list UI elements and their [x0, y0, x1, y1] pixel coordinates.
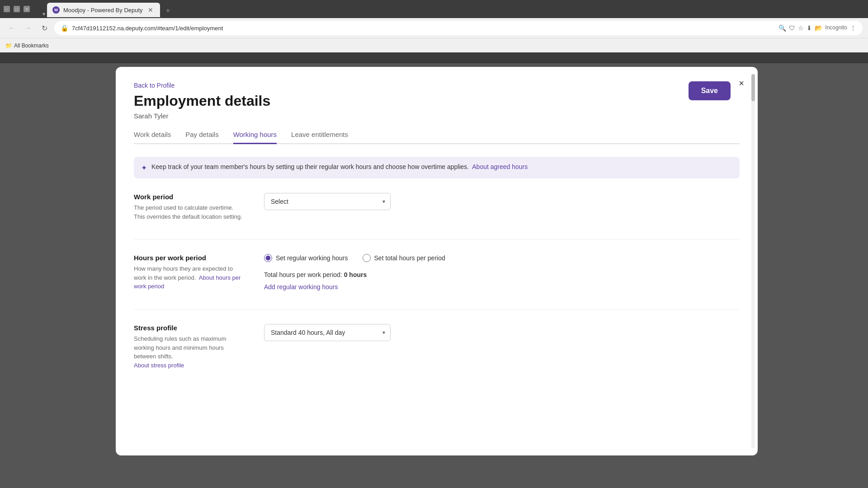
- hours-per-period-label-col: Hours per work period How many hours the…: [134, 254, 242, 291]
- work-period-control-col: Select Weekly Fortnightly Monthly ▾: [264, 193, 740, 221]
- radio-group: Set regular working hours Set total hour…: [264, 254, 740, 262]
- window-controls: − □ ✕: [4, 6, 30, 12]
- forward-button[interactable]: →: [22, 22, 34, 34]
- tab-title: Moodjoy - Powered By Deputy: [63, 7, 143, 14]
- stress-profile-select-wrapper: Standard 40 hours, All day Custom ▾: [264, 324, 391, 341]
- download-icon[interactable]: ⬇: [807, 24, 812, 32]
- work-period-label-col: Work period The period used to calculate…: [134, 193, 242, 221]
- browser-chrome: − □ ✕ ▾ M Moodjoy - Powered By Deputy ✕ …: [0, 0, 868, 52]
- lock-icon: 🔒: [61, 24, 68, 32]
- add-regular-hours-link[interactable]: Add regular working hours: [264, 283, 338, 291]
- tab-leave-entitlements[interactable]: Leave entitlements: [291, 131, 348, 144]
- radio-set-total-label: Set total hours per period: [374, 254, 445, 262]
- modal-close-button[interactable]: ×: [734, 76, 749, 90]
- minimize-button[interactable]: −: [4, 6, 10, 12]
- shield-icon: 🛡: [789, 24, 795, 32]
- new-tab-button[interactable]: +: [162, 5, 175, 17]
- back-button[interactable]: ←: [5, 22, 18, 34]
- work-period-select[interactable]: Select Weekly Fortnightly Monthly: [264, 193, 391, 210]
- bookmarks-bar: 📁 All Bookmarks: [0, 38, 868, 52]
- address-icons: 🔍 🛡 ☆ ⬇ 📂 Incognito ⋮: [778, 24, 856, 32]
- tab-list-button[interactable]: ▾: [41, 11, 47, 17]
- info-icon: ✦: [141, 164, 147, 172]
- employee-name: Sarah Tyler: [134, 112, 740, 120]
- employment-modal: × Save Back to Profile Employment detail…: [116, 67, 758, 455]
- work-period-label: Work period: [134, 193, 242, 201]
- stress-profile-description: Scheduling rules such as maximum working…: [134, 334, 242, 370]
- hours-per-period-section: Hours per work period How many hours the…: [134, 254, 740, 291]
- radio-set-total[interactable]: Set total hours per period: [363, 254, 445, 262]
- total-hours-summary: Total hours per work period: 0 hours: [264, 271, 740, 278]
- tab-work-details[interactable]: Work details: [134, 131, 171, 144]
- modal-overlay: × Save Back to Profile Employment detail…: [5, 63, 868, 488]
- reload-button[interactable]: ↻: [38, 22, 51, 34]
- tab-working-hours[interactable]: Working hours: [233, 131, 277, 144]
- stress-profile-label-col: Stress profile Scheduling rules such as …: [134, 324, 242, 370]
- stress-profile-section: Stress profile Scheduling rules such as …: [134, 324, 740, 370]
- incognito-label: Incognito: [825, 24, 847, 32]
- about-agreed-hours-link[interactable]: About agreed hours: [472, 163, 528, 170]
- back-to-profile-link[interactable]: Back to Profile: [134, 82, 175, 89]
- menu-icon[interactable]: ⋮: [850, 24, 856, 32]
- tab-close-button[interactable]: ✕: [146, 6, 155, 14]
- radio-set-regular[interactable]: Set regular working hours: [264, 254, 348, 262]
- close-window-button[interactable]: ✕: [24, 6, 30, 12]
- scroll-thumb[interactable]: [751, 74, 755, 101]
- work-period-section: Work period The period used to calculate…: [134, 193, 740, 221]
- stress-profile-control-col: Standard 40 hours, All day Custom ▾: [264, 324, 740, 370]
- title-bar: − □ ✕ ▾ M Moodjoy - Powered By Deputy ✕ …: [0, 0, 868, 18]
- section-divider-1: [134, 239, 740, 239]
- work-period-select-wrapper: Select Weekly Fortnightly Monthly ▾: [264, 193, 391, 210]
- tab-bar: ▾ M Moodjoy - Powered By Deputy ✕ +: [37, 1, 178, 17]
- address-box[interactable]: 🔒 🔍 🛡 ☆ ⬇ 📂 Incognito ⋮: [54, 21, 863, 35]
- about-stress-profile-link[interactable]: About stress profile: [134, 362, 184, 369]
- work-period-description: The period used to calculate overtime. T…: [134, 203, 242, 221]
- profile-icon: 📂: [815, 24, 822, 32]
- search-icon: 🔍: [778, 24, 786, 32]
- hours-per-period-label: Hours per work period: [134, 254, 242, 262]
- maximize-button[interactable]: □: [14, 6, 20, 12]
- tab-pay-details[interactable]: Pay details: [185, 131, 218, 144]
- radio-set-regular-label: Set regular working hours: [276, 254, 348, 262]
- modal-title: Employment details: [134, 93, 740, 109]
- save-button[interactable]: Save: [689, 81, 731, 100]
- address-bar-row: ← → ↻ 🔒 🔍 🛡 ☆ ⬇ 📂 Incognito ⋮: [0, 18, 868, 38]
- section-divider-2: [134, 309, 740, 310]
- tabs: Work details Pay details Working hours L…: [134, 131, 740, 144]
- radio-set-regular-input[interactable]: [264, 254, 272, 262]
- radio-set-total-input[interactable]: [363, 254, 371, 262]
- scroll-track: [751, 74, 755, 448]
- tab-favicon: M: [52, 6, 60, 14]
- bookmarks-label[interactable]: All Bookmarks: [14, 42, 49, 49]
- active-tab[interactable]: M Moodjoy - Powered By Deputy ✕: [47, 3, 160, 17]
- stress-profile-label: Stress profile: [134, 324, 242, 332]
- bookmarks-folder-icon: 📁: [5, 42, 12, 49]
- info-banner: ✦ Keep track of your team member's hours…: [134, 157, 740, 178]
- star-icon[interactable]: ☆: [798, 24, 804, 32]
- stress-profile-select[interactable]: Standard 40 hours, All day Custom: [264, 324, 391, 341]
- address-input[interactable]: [72, 25, 775, 32]
- hours-per-period-description: How many hours they are expected to work…: [134, 264, 242, 291]
- hours-per-period-control-col: Set regular working hours Set total hour…: [264, 254, 740, 291]
- info-text: Keep track of your team member's hours b…: [151, 163, 528, 170]
